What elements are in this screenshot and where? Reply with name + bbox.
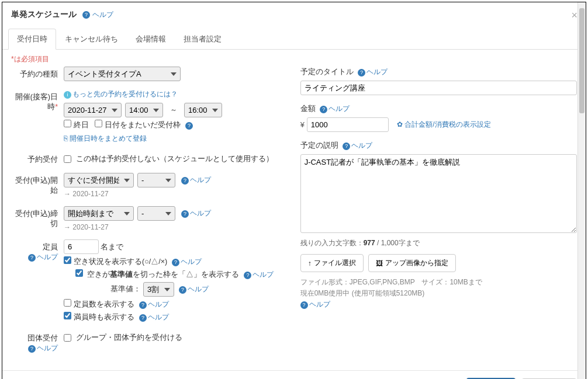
required-note: *は必須項目	[2, 50, 586, 67]
allday-checkbox[interactable]: 終日	[64, 120, 89, 130]
modal-title: 単発スケジュール	[11, 9, 77, 20]
label-accept: 予約受付	[11, 152, 64, 165]
bulk-register-link[interactable]: ⎘ 開催日時をまとめて登録	[64, 134, 147, 144]
close-icon[interactable]: ×	[571, 9, 577, 22]
start-time-select[interactable]: 14:00	[125, 103, 163, 117]
crossday-checkbox[interactable]: 日付をまたいだ受付枠	[95, 120, 181, 130]
show-full-checkbox[interactable]: 満員時も表示する	[64, 312, 134, 322]
threshold-select[interactable]: 3割	[143, 282, 174, 297]
date-select[interactable]: 2020-11-27	[64, 103, 122, 117]
upload-icon: ↑	[308, 259, 312, 267]
schedule-modal: 単発スケジュール ?ヘルプ × 受付日時 キャンセル待ち 会場情報 担当者設定 …	[2, 2, 586, 379]
label-title: 予定のタイトル	[300, 67, 354, 76]
start-accept-select[interactable]: すぐに受付開始	[64, 173, 134, 187]
header-help-link[interactable]: ?ヘルプ	[81, 10, 113, 20]
showcap-help[interactable]: ?ヘルプ	[139, 300, 169, 310]
modal-header: 単発スケジュール ?ヘルプ ×	[2, 2, 586, 26]
price-input[interactable]	[307, 117, 389, 132]
full-help[interactable]: ?ヘルプ	[139, 312, 169, 322]
show-capacity-checkbox[interactable]: 定員数を表示する	[64, 299, 134, 310]
title-input[interactable]	[300, 81, 577, 95]
copy-icon: ⎘	[64, 134, 68, 142]
threshold-checkbox[interactable]: 空きが基準値を切った枠を「△」を表示する	[75, 269, 239, 280]
label-desc: 予定の説明	[300, 141, 338, 149]
end-accept-select[interactable]: 開始時刻まで	[64, 206, 134, 221]
file-help[interactable]: ?ヘルプ	[300, 300, 330, 308]
modal-footer: 登録する キャンセル	[2, 370, 586, 379]
gear-icon: ✿	[397, 120, 403, 128]
uploaded-image-button[interactable]: 🖼 アップ画像から指定	[368, 254, 456, 272]
price-settings-link[interactable]: ✿ 合計金額/消費税の表示設定	[397, 120, 491, 130]
no-accept-checkbox[interactable]: この枠は予約受付しない（スケジュールとして使用する）	[64, 154, 283, 164]
avail-help[interactable]: ?ヘルプ	[172, 257, 202, 267]
desc-help[interactable]: ?ヘルプ	[343, 141, 372, 149]
tab-waitlist[interactable]: キャンセル待ち	[56, 29, 127, 49]
tilde: ～	[170, 105, 177, 115]
label-type: 予約の種類	[11, 67, 64, 79]
crossday-help[interactable]: ?	[185, 121, 194, 130]
future-reservation-tip-link[interactable]: iもっと先の予約を受付けるには？	[64, 90, 178, 98]
label-group: 団体受付 ?ヘルプ	[11, 331, 64, 353]
start-accept-select2[interactable]: -	[137, 173, 175, 187]
capacity-unit: 名まで	[101, 243, 123, 251]
vertical-scrollbar[interactable]	[577, 2, 586, 379]
label-start-accept: 受付(申込)開始	[11, 173, 64, 196]
yen-symbol: ¥	[300, 120, 305, 129]
thresh-help[interactable]: ?ヘルプ	[244, 270, 274, 280]
end-time-select[interactable]: 16:00	[184, 103, 222, 117]
scrollbar-thumb[interactable]	[579, 8, 584, 113]
file-select-button[interactable]: ↑ ファイル選択	[300, 254, 364, 272]
tab-staff[interactable]: 担当者設定	[175, 29, 230, 49]
label-end-accept: 受付(申込)締切	[11, 206, 64, 229]
thresh-val-help[interactable]: ?ヘルプ	[179, 284, 209, 294]
show-availability-checkbox[interactable]: 空き状況を表示する(○/△/×)	[64, 256, 167, 267]
group-help[interactable]: ?ヘルプ	[28, 344, 58, 352]
start-accept-help[interactable]: ?ヘルプ	[181, 175, 211, 185]
label-capacity: 定員 ?ヘルプ	[11, 239, 64, 262]
capacity-help[interactable]: ?ヘルプ	[28, 253, 58, 261]
reservation-type-select[interactable]: イベント受付タイプA	[64, 67, 181, 81]
threshold-label: 基準値：	[110, 284, 141, 294]
tab-date[interactable]: 受付日時	[8, 29, 56, 50]
title-help[interactable]: ?ヘルプ	[358, 68, 388, 76]
description-textarea[interactable]: J-CAST記者が「記事執筆の基本」を徹底解説	[300, 154, 577, 233]
label-datetime: 開催(接客)日時*	[11, 89, 64, 112]
start-accept-date: → 2020-11-27	[64, 190, 283, 198]
end-accept-select2[interactable]: -	[137, 206, 175, 221]
file-info: ファイル形式：JPEG,GIF,PNG,BMP サイズ：10MBまで 現在0MB…	[300, 277, 577, 311]
end-accept-date: → 2020-11-27	[64, 223, 283, 231]
end-accept-help[interactable]: ?ヘルプ	[181, 208, 211, 218]
tab-venue[interactable]: 会場情報	[127, 29, 175, 49]
image-icon: 🖼	[376, 259, 383, 267]
capacity-input[interactable]	[64, 239, 99, 254]
label-price: 金額	[300, 104, 316, 113]
char-count: 残りの入力文字数：977 / 1,000字まで	[300, 238, 577, 248]
price-help[interactable]: ?ヘルプ	[320, 105, 350, 113]
tab-bar: 受付日時 キャンセル待ち 会場情報 担当者設定	[2, 29, 586, 50]
group-checkbox[interactable]: グループ・団体予約を受付ける	[64, 333, 283, 343]
